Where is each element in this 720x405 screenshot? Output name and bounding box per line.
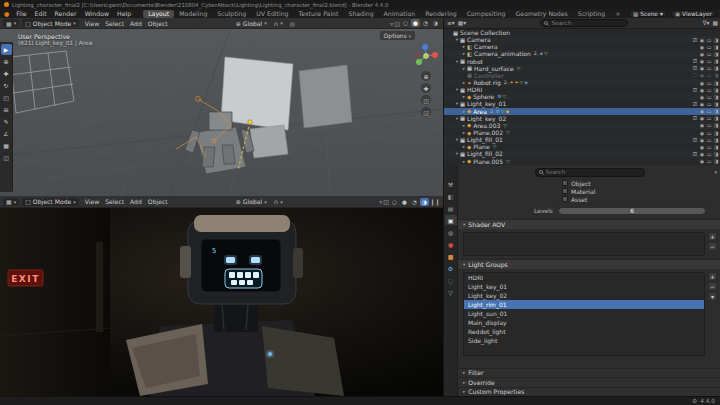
light-group-item[interactable]: Light_key_01 <box>464 282 704 291</box>
eye-toggle-icon[interactable]: ◉ <box>699 37 705 43</box>
eye-toggle-icon[interactable]: ◉ <box>699 51 705 57</box>
light-group-specials-button[interactable]: ▾ <box>708 292 717 301</box>
shading-solid-button[interactable]: ● <box>400 198 409 206</box>
shading-wireframe-button[interactable]: ○ <box>390 198 399 206</box>
display-mode-icon[interactable]: ▦▾ <box>458 20 466 26</box>
snap-toggle[interactable]: ∩ ▾ <box>272 20 285 27</box>
shader-aov-list[interactable] <box>463 232 705 256</box>
outliner-row[interactable]: ▾▦Light_fill_01☑◉▭◨ <box>444 136 720 143</box>
camera-toggle-icon[interactable]: ◨ <box>713 122 719 128</box>
eye-toggle-icon[interactable]: ◉ <box>699 115 705 121</box>
screen-toggle-icon[interactable]: ▭ <box>706 151 712 157</box>
checkbox-icon[interactable]: ☑ <box>692 37 698 43</box>
levels-slider[interactable]: 6 <box>558 207 706 215</box>
eye-toggle-icon[interactable]: ◉ <box>699 58 705 64</box>
gizmos-dropdown-icon[interactable]: ▿ <box>379 198 382 205</box>
light-group-item[interactable]: Light_rim_01 <box>464 300 704 309</box>
outliner-row[interactable]: ▸▦Hard_surface▽☑◉▭◨ <box>444 65 720 72</box>
chevron-down-icon[interactable]: ▾ <box>714 169 717 175</box>
outliner-row[interactable]: ▸◆Plane.005▽◉▭◨ <box>444 158 720 165</box>
outliner-row[interactable]: ▸◆Area2,⚙▽◆◉▭◨ <box>444 108 720 115</box>
screen-toggle-icon[interactable]: ▭ <box>706 80 712 86</box>
view-layer-selector[interactable]: ▣ ViewLayer <box>671 10 716 17</box>
screen-toggle-icon[interactable]: ▭ <box>706 37 712 43</box>
search-input[interactable] <box>551 20 621 26</box>
properties-tab-render[interactable]: ◧ <box>445 191 457 201</box>
remove-light-group-button[interactable]: − <box>708 282 717 291</box>
screen-toggle-icon[interactable]: ▭ <box>706 130 712 136</box>
menu-edit[interactable]: Edit <box>31 10 51 17</box>
outliner-row[interactable]: ▸◧Camera◉▭◨ <box>444 43 720 50</box>
overlays-dropdown-icon[interactable]: ◫ <box>383 198 389 205</box>
shading-rendered-button[interactable]: ◑ <box>431 19 440 27</box>
tool-add-cube[interactable]: ▦ <box>1 140 12 151</box>
overlays-dropdown-icon[interactable]: ◫ <box>394 20 400 27</box>
viewport-menu-view[interactable]: View <box>82 198 102 205</box>
camera-toggle-icon[interactable]: ◨ <box>713 37 719 43</box>
checkbox-icon[interactable]: ☑ <box>692 87 698 93</box>
editor-type-button[interactable]: ▦ ▾ <box>3 19 19 27</box>
new-collection-icon[interactable]: ▦ <box>713 20 718 26</box>
eye-toggle-icon[interactable]: ◉ <box>699 72 705 78</box>
camera-toggle-icon[interactable]: ◨ <box>713 72 719 78</box>
filter-icon[interactable]: ∇▾ <box>703 20 710 26</box>
camera-toggle-icon[interactable]: ◨ <box>713 151 719 157</box>
outliner-search[interactable] <box>540 19 628 27</box>
camera-toggle-icon[interactable]: ◨ <box>713 137 719 143</box>
camera-toggle-icon[interactable]: ◨ <box>713 144 719 150</box>
viewport-menu-object[interactable]: Object <box>145 20 171 27</box>
viewport-menu-add[interactable]: Add <box>127 198 145 205</box>
editor-type-button[interactable]: ▦ ▾ <box>3 198 19 206</box>
eye-toggle-icon[interactable]: ◉ <box>699 94 705 100</box>
remove-aov-button[interactable]: − <box>708 242 717 251</box>
tab-shading[interactable]: Shading <box>343 10 378 18</box>
properties-tab-tool[interactable]: ⚒ <box>445 179 457 189</box>
properties-tab-object[interactable]: ■ <box>445 251 457 261</box>
light-group-item[interactable]: Light_key_02 <box>464 291 704 300</box>
mode-selector[interactable]: □ Object Mode ▾ <box>22 19 79 27</box>
eye-toggle-icon[interactable]: ◉ <box>699 80 705 86</box>
checkbox-icon[interactable]: ☑ <box>692 65 698 71</box>
tab-geometry-nodes[interactable]: Geometry Nodes <box>511 10 573 18</box>
tab-uv-editing[interactable]: UV Editing <box>251 10 293 18</box>
panel-override[interactable]: ▸Override <box>458 377 720 387</box>
orientation-selector[interactable]: ⊕ Global ▾ <box>234 198 269 205</box>
orientation-selector[interactable]: ⊕ Global ▾ <box>234 20 269 27</box>
camera-toggle-icon[interactable]: ◨ <box>713 130 719 136</box>
screen-toggle-icon[interactable]: ▭ <box>706 144 712 150</box>
outliner-row[interactable]: ▦Controller☐◉▭◨ <box>444 72 720 79</box>
tool-scale[interactable]: ◰ <box>1 92 12 103</box>
shading-solid-button[interactable]: ● <box>411 19 420 27</box>
light-group-item[interactable]: Side_light <box>464 336 704 345</box>
eye-toggle-icon[interactable]: ◉ <box>699 144 705 150</box>
outliner-editor-icon[interactable]: ≡▾ <box>447 20 455 26</box>
shading-material-button[interactable]: ◔ <box>410 198 419 206</box>
zoom-icon[interactable]: ⊕ <box>421 71 431 81</box>
tab-scripting[interactable]: Scripting <box>573 10 611 18</box>
outliner-row[interactable]: ▸✦Robot rig2,✦✦▽◈◉▭◨ <box>444 79 720 86</box>
tool-cursor[interactable]: ⊕ <box>1 56 12 67</box>
outliner-row[interactable]: ▾▦Camera☑◉▭◨ <box>444 36 720 43</box>
viewport-menu-select[interactable]: Select <box>102 20 127 27</box>
eye-toggle-icon[interactable]: ◉ <box>699 151 705 157</box>
scene-selector[interactable]: ▦ Scene ▾ <box>629 10 667 17</box>
viewport-3d[interactable]: ▶⊕✚↻◰⊞✎∠▦◫ User Perspective (621) Light_… <box>0 29 443 196</box>
tab-compositing[interactable]: Compositing <box>462 10 511 18</box>
viewport-rendered[interactable]: EXIT 5 <box>0 208 443 396</box>
outliner-row[interactable]: ▸◆Plane▽◉▭◨ <box>444 143 720 150</box>
tool-extrude[interactable]: ◫ <box>1 152 12 163</box>
tab-modeling[interactable]: Modeling <box>174 10 212 18</box>
camera-toggle-icon[interactable]: ◨ <box>713 87 719 93</box>
checkbox-icon[interactable]: ☑ <box>692 58 698 64</box>
screen-toggle-icon[interactable]: ▭ <box>706 72 712 78</box>
search-input[interactable] <box>546 169 638 175</box>
outliner-row[interactable]: ▾▦Light_key_02☑◉▭◨ <box>444 115 720 122</box>
properties-tab-output[interactable]: ▤ <box>445 203 457 213</box>
properties-tab-physics[interactable]: ◌ <box>445 275 457 285</box>
eye-toggle-icon[interactable]: ◉ <box>699 44 705 50</box>
viewport-menu-select[interactable]: Select <box>102 198 127 205</box>
screen-toggle-icon[interactable]: ▭ <box>706 51 712 57</box>
shader-aov-panel-header[interactable]: ▾ Shader AOV <box>458 219 720 229</box>
shading-wireframe-button[interactable]: ○ <box>401 19 410 27</box>
screen-toggle-icon[interactable]: ▭ <box>706 58 712 64</box>
